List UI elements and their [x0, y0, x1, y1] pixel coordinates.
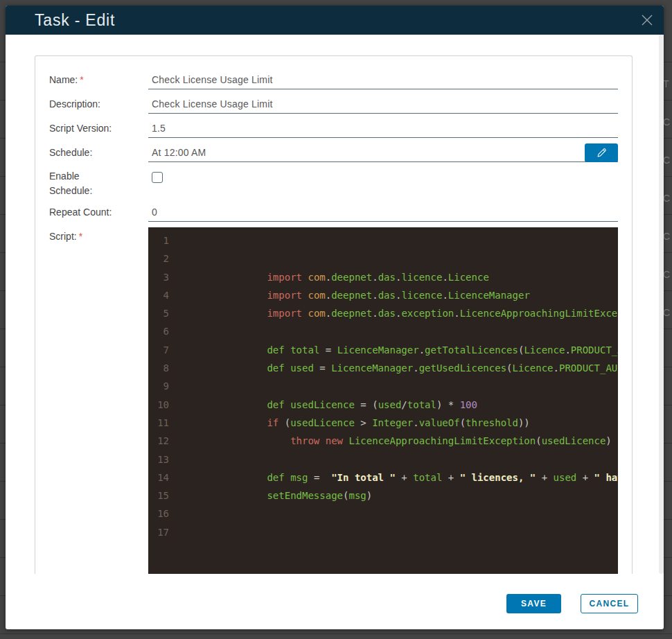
modal-title: Task - Edit: [35, 6, 115, 35]
modal-scrollbar[interactable]: [659, 35, 664, 574]
name-label-text: Name:: [49, 74, 78, 85]
script-version-label: Script Version:: [49, 119, 124, 138]
backdrop-right-strip: TCCCCCC: [663, 78, 672, 345]
task-edit-modal: Task - Edit Name:* Check License Usage L…: [6, 6, 664, 629]
code-line: 6: [148, 322, 618, 340]
code-line: 4 import com.deepnet.das.licence.Licence…: [148, 286, 618, 304]
description-label: Description:: [49, 94, 124, 114]
cancel-button[interactable]: CANCEL: [581, 594, 638, 613]
repeat-count-label: Repeat Count:: [49, 202, 124, 222]
script-label-text: Script:: [49, 231, 77, 242]
repeat-count-input[interactable]: 0: [148, 202, 618, 222]
code-line: 12 throw new LicenceApproachingLimitExce…: [148, 432, 618, 450]
code-line: 11 if (usedLicence > Integer.valueOf(thr…: [148, 414, 618, 432]
script-code-editor[interactable]: 123 import com.deepnet.das.licence.Licen…: [148, 227, 618, 574]
save-button[interactable]: SAVE: [506, 594, 561, 613]
code-line: 16: [148, 505, 618, 523]
field-row-script: Script:* 123 import com.deepnet.das.lice…: [49, 227, 618, 574]
field-row-description: Description: Check License Usage Limit: [49, 94, 618, 114]
schedule-value: At 12:00 AM: [152, 147, 206, 158]
code-line: 5 import com.deepnet.das.exception.Licen…: [148, 304, 618, 322]
form-panel: Name:* Check License Usage Limit Descrip…: [35, 55, 633, 574]
edit-schedule-button[interactable]: [585, 143, 618, 162]
code-line: 2: [148, 250, 618, 268]
field-row-script-version: Script Version: 1.5: [49, 119, 618, 138]
code-line: 13: [148, 450, 618, 469]
code-line: 9: [148, 377, 618, 395]
pencil-icon: [595, 147, 608, 159]
enable-schedule-cell: [148, 167, 618, 198]
field-row-schedule: Schedule: At 12:00 AM: [49, 143, 618, 162]
name-input[interactable]: Check License Usage Limit: [148, 70, 618, 89]
name-label: Name:*: [49, 70, 124, 89]
description-input[interactable]: Check License Usage Limit: [148, 94, 618, 114]
script-version-input[interactable]: 1.5: [148, 119, 618, 138]
field-row-enable-schedule: Enable Schedule:: [49, 167, 618, 198]
modal-content: Name:* Check License Usage Limit Descrip…: [6, 35, 664, 574]
code-line: 7 def total = LicenceManager.getTotalLic…: [148, 341, 618, 359]
code-line: 8 def used = LicenceManager.getUsedLicen…: [148, 359, 618, 377]
code-line: 10 def usedLicence = (used/total) * 100: [148, 396, 618, 414]
code-line: 17: [148, 523, 618, 541]
field-row-repeat-count: Repeat Count: 0: [49, 202, 618, 222]
required-asterisk: *: [80, 74, 83, 85]
required-asterisk: *: [79, 231, 82, 242]
code-line: 15 setEndMessage(msg): [148, 487, 618, 505]
enable-schedule-checkbox[interactable]: [152, 172, 163, 183]
enable-schedule-label: Enable Schedule:: [49, 167, 124, 198]
script-label: Script:*: [49, 227, 124, 574]
field-row-name: Name:* Check License Usage Limit: [49, 70, 618, 89]
code-line: 14 def msg = "In total " + total + " lic…: [148, 469, 618, 487]
modal-header: Task - Edit: [6, 6, 664, 35]
close-icon[interactable]: [640, 13, 654, 27]
schedule-label: Schedule:: [49, 143, 124, 162]
modal-footer: SAVE CANCEL: [506, 594, 638, 613]
code-line: 3 import com.deepnet.das.licence.Licence: [148, 268, 618, 286]
schedule-input[interactable]: At 12:00 AM: [148, 143, 618, 162]
code-line: 1: [148, 231, 618, 250]
